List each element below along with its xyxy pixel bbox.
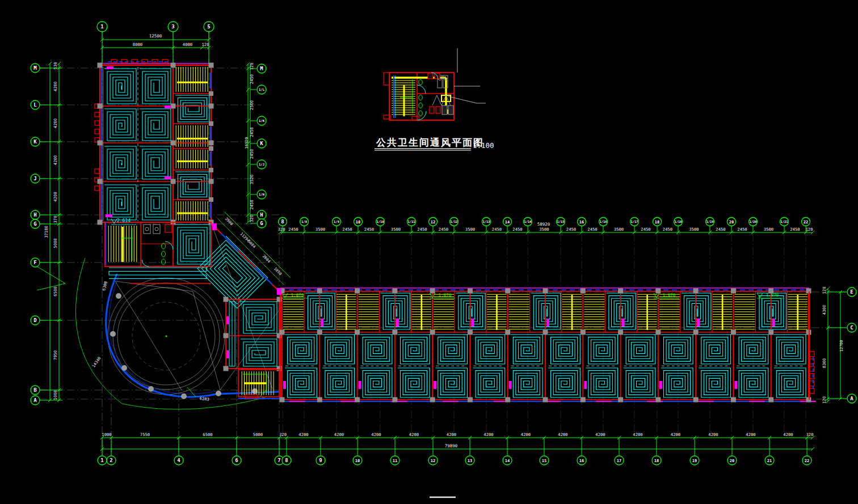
grid-bubble-17: 17	[615, 456, 624, 465]
grid-bubble-16: 16	[578, 218, 586, 226]
manifold-marker	[212, 223, 217, 230]
grid-bubble-10: 10	[353, 456, 362, 465]
heating-coil	[774, 334, 806, 364]
svg-text:15: 15	[542, 459, 546, 463]
structural-column	[543, 330, 548, 335]
structural-column	[110, 331, 116, 337]
grid-bubble-D: D	[31, 316, 40, 325]
dimension-text: 320	[279, 432, 287, 437]
structural-column	[277, 297, 282, 302]
svg-text:1.870: 1.870	[663, 293, 676, 298]
dimension-text: 3500	[689, 227, 699, 232]
svg-text:1/10: 1/10	[376, 220, 384, 223]
svg-text:8: 8	[281, 219, 284, 225]
structural-column	[731, 289, 736, 294]
manifold-marker	[277, 288, 281, 295]
manifold-marker	[546, 319, 549, 327]
dimension-text: 4200	[447, 432, 456, 437]
heating-coil	[175, 225, 210, 264]
structural-column	[209, 141, 214, 146]
svg-text:5: 5	[207, 24, 210, 29]
structural-column	[98, 141, 103, 146]
stair-hatch	[176, 150, 208, 168]
heating-coil	[661, 334, 693, 364]
grid-bubble-1: 1	[97, 22, 107, 32]
structural-column	[116, 293, 121, 299]
dimension-text: 120	[822, 287, 827, 294]
cad-canvas[interactable]: 1434062836300 12500800040001201353718053…	[0, 0, 858, 504]
svg-text:A: A	[33, 397, 37, 403]
grid-bubble-K: K	[257, 139, 266, 148]
manifold-marker	[283, 381, 286, 389]
svg-text:1.870: 1.870	[291, 293, 304, 298]
svg-text:14: 14	[505, 220, 510, 225]
manifold-marker	[659, 381, 662, 389]
drawing-scale: 1:100	[473, 141, 494, 150]
svg-text:18: 18	[655, 220, 659, 225]
dimension-text: 3500	[764, 227, 773, 232]
grid-bubble-1/15: 1/15	[557, 218, 565, 226]
svg-text:A: A	[850, 396, 853, 401]
dimension-text: 2450	[249, 127, 254, 137]
svg-text:D: D	[33, 317, 37, 323]
manifold-marker	[396, 319, 399, 327]
dimension-text: 6283	[199, 396, 209, 402]
structural-column	[209, 179, 214, 184]
dimension-text: 2450	[342, 227, 352, 232]
heating-coil	[322, 368, 354, 397]
dimension-text: 4300	[822, 305, 827, 315]
svg-text:1/8: 1/8	[301, 220, 307, 223]
svg-text:M: M	[260, 66, 263, 71]
structural-column	[224, 297, 229, 302]
manifold-marker	[471, 319, 474, 327]
svg-text:16: 16	[579, 459, 584, 463]
dimension-text: 79890	[445, 443, 458, 448]
manifold-marker	[622, 319, 625, 327]
svg-text:1/12: 1/12	[450, 220, 457, 223]
manifold-marker	[165, 176, 171, 179]
heating-coil	[285, 334, 317, 364]
structural-column	[209, 168, 213, 172]
structural-column	[355, 289, 360, 294]
dimension-text: 530	[53, 62, 58, 70]
dimension-text: 4200	[334, 432, 344, 437]
heating-coil	[285, 368, 317, 397]
structural-column	[224, 366, 229, 371]
grid-bubble-20: 20	[727, 456, 737, 465]
svg-text:17: 17	[617, 459, 621, 463]
svg-text:F: F	[33, 260, 36, 265]
dimension-text: 12500	[149, 33, 162, 39]
svg-text:G: G	[33, 221, 36, 227]
structural-column	[618, 289, 623, 294]
dimension-text: 3500	[614, 227, 624, 232]
grid-bubble-1/20: 1/20	[749, 218, 758, 226]
dimension-text: 2450	[439, 227, 448, 232]
svg-text:9: 9	[319, 458, 322, 463]
stair-hatch	[509, 294, 529, 329]
stair-hatch	[434, 294, 454, 329]
grid-bubble-1/19: 1/19	[706, 218, 714, 226]
manifold-marker	[434, 381, 436, 389]
svg-text:16: 16	[579, 220, 584, 225]
svg-text:12: 12	[431, 220, 435, 225]
dimension-text: 4200	[53, 155, 58, 165]
grid-bubble-1/14: 1/14	[524, 218, 532, 226]
grid-bubble-1/9: 1/9	[333, 218, 341, 226]
manifold-marker	[697, 319, 700, 327]
grid-bubble-A: A	[31, 396, 40, 405]
manifold-marker	[226, 316, 229, 324]
heating-coil	[360, 334, 392, 364]
svg-text:10: 10	[356, 220, 360, 225]
dimension-text: 8000	[133, 42, 142, 47]
dimension-text: 4200	[558, 432, 567, 437]
dimension-text: 4200	[595, 432, 605, 437]
dimension-text: 3520	[249, 175, 254, 184]
grid-bubble-1/12: 1/12	[450, 218, 459, 226]
svg-text:6: 6	[235, 458, 238, 463]
stairs-layer	[108, 67, 807, 395]
grid-bubble-1/10: 1/10	[376, 218, 385, 226]
svg-text:1/K: 1/K	[259, 119, 265, 122]
structural-column	[693, 289, 699, 294]
svg-text:H: H	[260, 212, 263, 218]
heating-coil	[774, 368, 806, 397]
